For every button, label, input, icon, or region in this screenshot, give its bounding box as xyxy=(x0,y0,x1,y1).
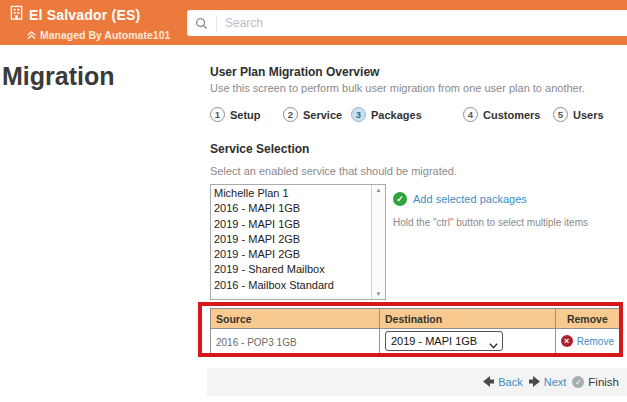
service-option[interactable]: 2019 - MAPI 1GB xyxy=(214,217,371,232)
search-input[interactable] xyxy=(217,10,627,36)
next-arrow-icon xyxy=(529,373,540,391)
overview-title: User Plan Migration Overview xyxy=(210,65,379,79)
destination-cell: 2019 - MAPI 1GB xyxy=(379,329,555,354)
finish-nav[interactable]: ✓ Finish xyxy=(572,376,619,388)
check-circle-icon: ✓ xyxy=(393,192,407,206)
app-header: El Salvador (ES) Managed By Automate101 xyxy=(0,0,627,45)
service-option[interactable]: 2016 - Mailbox Standard xyxy=(214,278,371,293)
step-label: Users xyxy=(573,109,604,121)
step-label: Packages xyxy=(371,109,422,121)
finish-check-icon: ✓ xyxy=(572,376,584,388)
remove-link[interactable]: Remove xyxy=(577,336,614,347)
destination-column-header: Destination xyxy=(379,309,555,329)
remove-cell: × Remove xyxy=(555,329,619,354)
overview-description: Use this screen to perform bulk user mig… xyxy=(210,82,585,94)
step-packages-active[interactable]: 3 Packages xyxy=(351,107,422,122)
step-number-badge: 5 xyxy=(553,107,568,122)
ctrl-hint-text: Hold the "ctrl" button to select multipl… xyxy=(393,217,588,228)
destination-select[interactable]: 2019 - MAPI 1GB xyxy=(385,331,503,351)
source-cell: 2016 - POP3 1GB xyxy=(211,329,380,354)
managed-by-label: Managed By Automate101 xyxy=(40,29,170,41)
next-nav[interactable]: Next xyxy=(529,373,567,391)
remove-x-icon[interactable]: × xyxy=(561,335,573,347)
step-label: Service xyxy=(303,109,342,121)
listbox-scrollbar[interactable]: ▲ ▼ xyxy=(371,185,385,299)
add-selected-packages-link[interactable]: Add selected packages xyxy=(413,193,527,205)
service-option[interactable]: 2019 - MAPI 2GB xyxy=(214,247,371,262)
back-link[interactable]: Back xyxy=(498,376,522,388)
search-icon xyxy=(187,15,217,31)
service-listbox[interactable]: Michelle Plan 1 2016 - MAPI 1GB 2019 - M… xyxy=(210,184,386,300)
step-number-badge: 3 xyxy=(351,107,366,122)
step-customers[interactable]: 4 Customers xyxy=(463,107,540,122)
step-users[interactable]: 5 Users xyxy=(553,107,604,122)
brand-block[interactable]: El Salvador (ES) Managed By Automate101 xyxy=(9,5,170,44)
scroll-up-icon[interactable]: ▲ xyxy=(376,187,382,193)
back-arrow-icon xyxy=(483,373,494,391)
finish-label: Finish xyxy=(588,376,619,388)
step-label: Customers xyxy=(483,109,540,121)
collapse-chevrons-icon xyxy=(27,26,36,44)
step-label: Setup xyxy=(230,109,261,121)
service-list: Michelle Plan 1 2016 - MAPI 1GB 2019 - M… xyxy=(211,185,371,299)
building-icon xyxy=(9,5,24,24)
service-option[interactable]: 2016 - MAPI 1GB xyxy=(214,201,371,216)
source-column-header: Source xyxy=(211,309,380,329)
table-header-row: Source Destination Remove xyxy=(211,309,620,329)
service-option[interactable]: Michelle Plan 1 xyxy=(214,186,371,201)
next-link[interactable]: Next xyxy=(544,376,567,388)
wizard-steps: 1 Setup 2 Service 3 Packages 4 Customers… xyxy=(210,107,622,125)
table-row: 2016 - POP3 1GB 2019 - MAPI 1GB xyxy=(211,329,620,354)
scroll-down-icon[interactable]: ▼ xyxy=(376,291,382,297)
add-selected-packages[interactable]: ✓ Add selected packages xyxy=(393,192,527,206)
migration-page: El Salvador (ES) Managed By Automate101 xyxy=(0,0,627,402)
step-number-badge: 2 xyxy=(283,107,298,122)
search-bar xyxy=(187,10,627,36)
footer-nav-bar: Back Next ✓ Finish xyxy=(207,368,627,396)
step-number-badge: 1 xyxy=(210,107,225,122)
step-setup[interactable]: 1 Setup xyxy=(210,107,261,122)
page-title: Migration xyxy=(2,62,115,91)
service-option[interactable]: 2019 - Shared Mailbox xyxy=(214,262,371,277)
mapping-table: Source Destination Remove 2016 - POP3 1G… xyxy=(210,308,620,354)
step-service[interactable]: 2 Service xyxy=(283,107,342,122)
back-nav[interactable]: Back xyxy=(483,373,522,391)
step-number-badge: 4 xyxy=(463,107,478,122)
service-option[interactable]: 2019 - MAPI 2GB xyxy=(214,232,371,247)
brand-title: El Salvador (ES) xyxy=(29,7,140,23)
service-selection-instruction: Select an enabled service that should be… xyxy=(210,165,457,177)
source-plan-label: 2016 - POP3 1GB xyxy=(216,337,297,348)
service-selection-title: Service Selection xyxy=(210,142,309,156)
remove-column-header: Remove xyxy=(555,309,619,329)
